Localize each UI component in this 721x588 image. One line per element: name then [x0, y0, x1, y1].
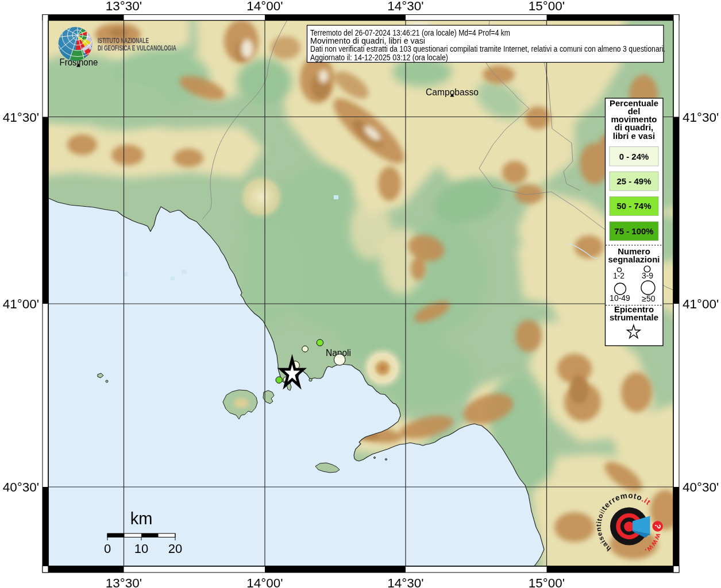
svg-text:13°30': 13°30'	[106, 0, 142, 13]
svg-text:14°00': 14°00'	[246, 576, 283, 588]
svg-text:41°30': 41°30'	[683, 110, 719, 125]
svg-text:41°00': 41°00'	[3, 297, 39, 311]
svg-text:40°30': 40°30'	[683, 480, 719, 494]
svg-text:41°00': 41°00'	[683, 297, 719, 311]
svg-text:segnalazioni: segnalazioni	[608, 254, 660, 264]
svg-text:0: 0	[104, 541, 111, 556]
svg-text:DI GEOFISICA E VULCANOLOGIA: DI GEOFISICA E VULCANOLOGIA	[98, 44, 176, 52]
svg-text:1-2: 1-2	[613, 271, 624, 280]
svg-text:Aggiornato il: 14-12-2025 03:1: Aggiornato il: 14-12-2025 03:12 (ora loc…	[310, 52, 448, 62]
svg-text:0 - 24%: 0 - 24%	[619, 152, 649, 161]
svg-text:10: 10	[134, 541, 148, 556]
svg-text:41°30': 41°30'	[3, 110, 39, 125]
svg-text:14°00': 14°00'	[246, 0, 283, 13]
svg-text:strumentale: strumentale	[610, 312, 658, 322]
svg-text:14°30': 14°30'	[387, 0, 423, 13]
svg-text:40°30': 40°30'	[3, 480, 39, 494]
svg-text:13°30': 13°30'	[106, 576, 142, 588]
svg-text:20: 20	[168, 541, 182, 556]
svg-text:15°00': 15°00'	[529, 0, 565, 13]
svg-text:75 - 100%: 75 - 100%	[614, 226, 653, 236]
svg-text:libri e vasi: libri e vasi	[613, 131, 655, 141]
svg-text:10-49: 10-49	[610, 293, 630, 303]
svg-text:ISTITUTO NAZIONALE: ISTITUTO NAZIONALE	[98, 37, 149, 45]
svg-text:15°00': 15°00'	[529, 576, 565, 588]
svg-text:25 - 49%: 25 - 49%	[616, 176, 651, 186]
svg-text:km: km	[130, 509, 153, 528]
svg-text:≥50: ≥50	[642, 294, 655, 303]
svg-text:50 - 74%: 50 - 74%	[616, 201, 651, 211]
svg-text:14°30': 14°30'	[387, 576, 423, 588]
svg-text:3-9: 3-9	[642, 271, 653, 280]
